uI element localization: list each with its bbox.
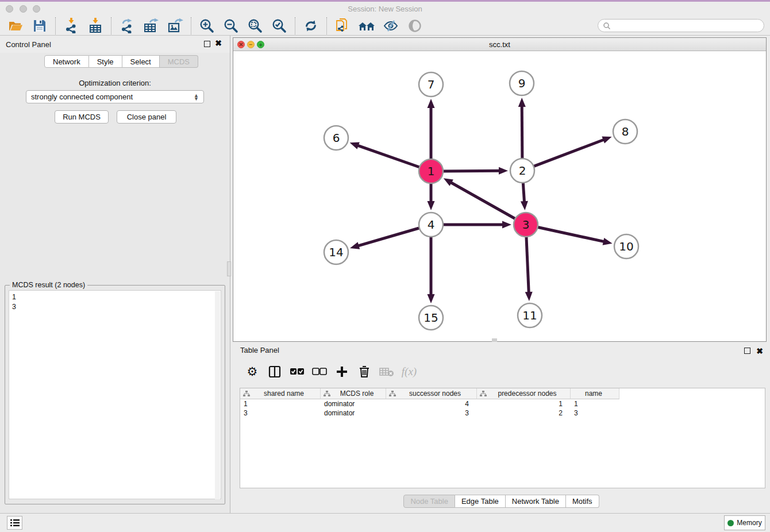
float-panel-icon[interactable]	[744, 347, 750, 356]
network-view-window: ✕ − ＋ scc.txt 1234678910111415	[233, 37, 767, 342]
unselect-all-columns-button[interactable]	[311, 363, 328, 380]
graph-node-4[interactable]: 4	[419, 213, 443, 237]
export-image-button[interactable]	[163, 17, 187, 35]
tab-network-table[interactable]: Network Table	[506, 495, 566, 508]
show-columns-button[interactable]	[266, 363, 283, 380]
delete-table-button[interactable]	[378, 363, 395, 380]
graph-arrowhead	[521, 201, 528, 210]
table-panel-title: Table Panel	[240, 346, 279, 354]
session-home-button[interactable]	[355, 17, 379, 35]
column-header-successor-nodes[interactable]: successor nodes	[386, 388, 477, 399]
graph-node-label: 4	[428, 218, 435, 232]
table-settings-button[interactable]: ⚙	[244, 363, 261, 380]
criterion-select[interactable]: strongly connected component ▲▼	[26, 90, 204, 103]
zoom-selected-icon	[272, 18, 287, 33]
hide-graphics-details-button[interactable]	[379, 17, 403, 35]
plus-icon	[336, 366, 348, 377]
network-window-titlebar[interactable]: ✕ − ＋ scc.txt	[233, 38, 766, 51]
column-header-mcds-role[interactable]: MCDS role	[321, 388, 386, 399]
open-session-button[interactable]	[3, 17, 28, 35]
select-all-columns-button[interactable]	[288, 363, 306, 380]
tab-edge-table[interactable]: Edge Table	[455, 495, 506, 508]
graph-edge-3-11[interactable]	[526, 235, 529, 294]
graph-node-9[interactable]: 9	[510, 71, 534, 95]
tab-node-table[interactable]: Node Table	[403, 495, 455, 508]
delete-column-button[interactable]	[356, 363, 373, 380]
canvas-scroll-thumb[interactable]	[492, 338, 497, 342]
export-table-icon	[143, 18, 159, 33]
tab-select[interactable]: Select	[122, 55, 160, 68]
select-stepper-icon: ▲▼	[194, 94, 199, 101]
graph-node-15[interactable]: 15	[419, 306, 443, 330]
create-column-button[interactable]	[333, 363, 351, 380]
import-table-button[interactable]	[83, 17, 107, 35]
zoom-in-button[interactable]	[195, 17, 219, 35]
graph-node-6[interactable]: 6	[324, 126, 348, 150]
network-view-title: scc.txt	[233, 40, 766, 49]
import-network-button[interactable]	[59, 17, 83, 35]
graph-edge-2-3[interactable]	[523, 181, 525, 203]
column-header-name[interactable]: name	[571, 388, 619, 399]
graph-edge-2-8[interactable]	[532, 140, 605, 167]
graph-node-3[interactable]: 3	[514, 213, 538, 237]
mcds-result-box[interactable]: 1 3	[9, 290, 221, 499]
close-panel-icon[interactable]: ✖	[215, 38, 222, 48]
graph-node-label: 6	[333, 131, 340, 145]
graph-arrowhead	[502, 221, 511, 229]
column-header-shared-name[interactable]: shared name	[240, 388, 321, 399]
network-from-selection-button[interactable]	[330, 17, 355, 35]
tab-mcds[interactable]: MCDS	[160, 55, 198, 68]
optimization-criterion-label: Optimization criterion:	[0, 79, 230, 87]
refresh-view-button[interactable]	[299, 17, 323, 35]
zoom-fit-icon	[248, 18, 263, 33]
save-session-button[interactable]	[28, 17, 52, 35]
function-builder-button[interactable]: f(x)	[401, 363, 418, 380]
graph-node-11[interactable]: 11	[518, 303, 542, 327]
level-of-detail-button[interactable]	[403, 17, 427, 35]
toolbar-separator	[295, 17, 295, 34]
graph-edge-3-10[interactable]	[536, 227, 605, 242]
tab-network[interactable]: Network	[44, 55, 89, 68]
export-network-button[interactable]	[115, 17, 139, 35]
memory-button[interactable]: Memory	[724, 515, 765, 530]
zoom-fit-button[interactable]	[243, 17, 267, 35]
graph-edge-2-9[interactable]	[522, 105, 522, 160]
control-panel-title: Control Panel	[6, 40, 51, 49]
zoom-out-icon	[224, 18, 238, 33]
float-panel-icon[interactable]	[204, 40, 210, 49]
panel-divider-handle[interactable]	[227, 261, 231, 276]
search-input[interactable]	[611, 20, 764, 31]
hierarchy-icon	[389, 391, 396, 397]
close-panel-icon[interactable]: ✖	[756, 346, 763, 356]
result-scrollbar[interactable]	[215, 291, 220, 499]
export-table-button[interactable]	[139, 17, 163, 35]
graph-node-2[interactable]: 2	[510, 159, 534, 183]
network-graph[interactable]: 1234678910111415	[233, 51, 766, 341]
checked-boxes-icon	[290, 368, 305, 376]
graph-edge-1-2[interactable]	[441, 171, 500, 171]
graph-edge-4-14[interactable]	[357, 228, 421, 246]
graph-node-10[interactable]: 10	[614, 234, 638, 259]
table-row[interactable]: 3 dominator 3 2 3	[240, 408, 765, 418]
tab-style[interactable]: Style	[89, 55, 122, 68]
run-mcds-button[interactable]: Run MCDS	[55, 110, 109, 124]
graph-node-label: 15	[424, 311, 438, 325]
table-tabs: Node Table Edge Table Network Table Moti…	[233, 495, 770, 508]
show-log-button[interactable]	[7, 516, 22, 530]
zoom-selected-button[interactable]	[267, 17, 291, 35]
graph-node-label: 2	[519, 164, 526, 178]
graph-edge-3-1[interactable]	[450, 182, 517, 220]
delete-table-icon	[379, 367, 394, 377]
graph-node-1[interactable]: 1	[419, 159, 443, 183]
close-panel-button[interactable]: Close panel	[117, 110, 176, 124]
column-header-predecessor-nodes[interactable]: predecessor nodes	[477, 388, 571, 399]
graph-arrowhead	[603, 238, 613, 245]
graph-node-14[interactable]: 14	[324, 240, 348, 264]
graph-edge-1-6[interactable]	[357, 145, 421, 168]
table-row[interactable]: 1 dominator 4 1 1	[240, 399, 765, 408]
tab-motifs[interactable]: Motifs	[566, 495, 599, 508]
zoom-out-button[interactable]	[219, 17, 243, 35]
graph-node-8[interactable]: 8	[613, 119, 637, 144]
search-field[interactable]	[598, 19, 764, 32]
graph-node-7[interactable]: 7	[419, 72, 443, 97]
